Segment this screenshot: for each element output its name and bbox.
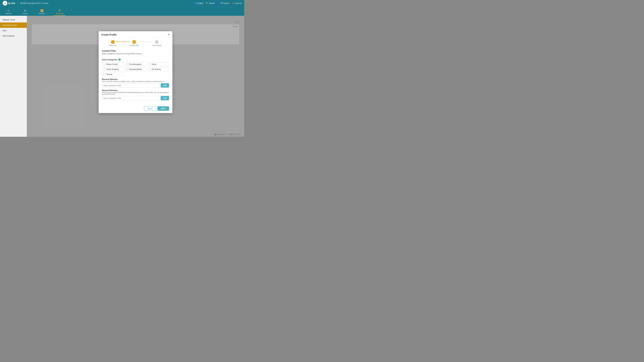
- blocked-websites-section: Blocked Websites Block a specific websit…: [102, 78, 169, 88]
- step-3-label: Time Controls: [152, 44, 162, 46]
- category-social[interactable]: Social: [148, 62, 169, 66]
- sidebar-item-qos[interactable]: QoS: [0, 28, 27, 33]
- step-2: 2 Content Filter: [130, 40, 139, 46]
- category-chat-messaging[interactable]: Chat Messaging: [124, 62, 146, 66]
- checkbox-social[interactable]: [149, 63, 151, 65]
- category-online-shopping[interactable]: Online Shopping: [102, 67, 124, 71]
- tplink-id-icon: 👤: [218, 2, 220, 4]
- advanced-icon: ⚙: [58, 9, 61, 12]
- dialog-footer: BACK NEXT: [98, 105, 172, 113]
- nav-label-internet: Internet: [22, 12, 28, 14]
- section-title: Content Filter: [102, 50, 169, 52]
- sidebar-label-more-features: More Features: [3, 35, 15, 37]
- sidebar-item-parental-controls[interactable]: Parental Controls: [0, 22, 27, 28]
- secondnav: ⊙ Network ⊕ Internet 📶 Wireless ⚙ Advanc…: [0, 6, 244, 16]
- logout-button[interactable]: 🚪 Log Out: [232, 2, 242, 4]
- checkbox-mature-content[interactable]: [104, 63, 106, 65]
- close-button[interactable]: ✕: [168, 33, 170, 36]
- step-3: 3 Time Controls: [152, 40, 162, 46]
- allowed-websites-section: Allowed Websites Allow access to specifi…: [102, 89, 169, 100]
- sidebar-label-qos: QoS: [3, 29, 6, 31]
- tplink-logo: tp tp-link: [3, 1, 15, 5]
- categories-header: Select Categories ?: [102, 58, 169, 61]
- step-line-1: [116, 42, 130, 42]
- nav-item-network[interactable]: ⊙ Network: [3, 8, 14, 16]
- checkbox-file-sharing[interactable]: [149, 68, 151, 70]
- blocked-websites-desc: Block a specific website by adding a URL…: [102, 81, 169, 82]
- category-streaming-media[interactable]: Streaming Media: [124, 67, 146, 71]
- dialog-body: Content Filter Select categories to bloc…: [98, 48, 172, 105]
- help-icon[interactable]: ?: [118, 58, 121, 61]
- category-label-file-sharing: File Sharing: [152, 68, 161, 70]
- allowed-url-input-row: ADD: [102, 96, 169, 100]
- nav-item-advanced[interactable]: ⚙ Advanced: [54, 8, 65, 16]
- language-selector[interactable]: 🌐 English: [194, 2, 203, 4]
- topbar-left: tp tp-link | BE3500 Dual-Band Wi-Fi 7 Ro…: [3, 1, 48, 5]
- topbar-right: 🌐 English 🔍 Search 👤 TP-Link ID 🚪 Log Ou…: [194, 2, 242, 4]
- step-1-label: Basic Info: [110, 44, 116, 46]
- checkbox-streaming-media[interactable]: [126, 68, 128, 70]
- tplink-id-label: TP-Link ID: [220, 2, 229, 4]
- next-button[interactable]: NEXT: [158, 106, 169, 111]
- category-gaming[interactable]: Gaming: [102, 72, 124, 76]
- logout-label: Log Out: [235, 2, 242, 4]
- language-icon: 🌐: [194, 2, 196, 4]
- topbar-divider: |: [18, 2, 18, 4]
- nav-label-advanced: Advanced: [56, 12, 63, 14]
- category-label-social: Social: [152, 63, 156, 65]
- categories-grid: Mature Content Chat Messaging Social Onl…: [102, 62, 169, 76]
- step-3-circle: 3: [155, 40, 159, 44]
- checkbox-gaming[interactable]: [104, 73, 106, 75]
- topbar: tp tp-link | BE3500 Dual-Band Wi-Fi 7 Ro…: [0, 0, 244, 6]
- blocked-url-input-row: ADD: [102, 83, 169, 88]
- blocked-url-input[interactable]: [102, 83, 160, 88]
- wireless-icon: 📶: [40, 9, 44, 12]
- category-file-sharing[interactable]: File Sharing: [148, 67, 169, 71]
- categories-label: Select Categories: [102, 59, 118, 61]
- nav-label-wireless: Wireless: [39, 12, 45, 14]
- logo-icon: tp: [3, 1, 8, 5]
- router-name: BE3500 Dual-Band Wi-Fi 7 Router: [20, 2, 48, 4]
- category-label-streaming-media: Streaming Media: [129, 68, 142, 70]
- dialog-header: Create Profile ✕: [98, 31, 172, 37]
- step-2-label: Content Filter: [130, 44, 139, 46]
- sidebar-label-parental-controls: Parental Controls: [3, 24, 17, 26]
- blocked-add-button[interactable]: ADD: [161, 83, 169, 88]
- checkbox-online-shopping[interactable]: [104, 68, 106, 70]
- search-label: Search: [209, 2, 215, 4]
- step-line-2: [139, 42, 152, 42]
- back-button[interactable]: BACK: [144, 106, 156, 111]
- internet-icon: ⊕: [24, 9, 26, 12]
- stepper: ✓ Basic Info 2 Content Filter 3 Time Con…: [98, 37, 172, 48]
- step-2-circle: 2: [132, 40, 136, 44]
- sidebar: Network Check Parental Controls QoS More…: [0, 16, 27, 137]
- step-1-circle: ✓: [111, 40, 115, 44]
- search-button[interactable]: 🔍 Search: [206, 2, 215, 4]
- blocked-websites-title: Blocked Websites: [102, 78, 169, 80]
- category-mature-content[interactable]: Mature Content: [102, 62, 124, 66]
- content-area: ⊕ Add Modify Create Profile ✕ ✓ Basic In…: [27, 16, 244, 137]
- nav-item-wireless[interactable]: 📶 Wireless: [37, 8, 47, 16]
- sidebar-item-network-check[interactable]: Network Check: [0, 17, 27, 22]
- checkbox-chat-messaging[interactable]: [126, 63, 128, 65]
- search-icon: 🔍: [206, 2, 208, 4]
- allowed-url-input[interactable]: [102, 96, 160, 100]
- sidebar-label-network-check: Network Check: [3, 19, 15, 21]
- sidebar-item-more-features[interactable]: More Features: [0, 33, 27, 38]
- logo-text: tp-link: [8, 2, 15, 4]
- create-profile-dialog: Create Profile ✕ ✓ Basic Info 2 Content …: [98, 31, 172, 113]
- logout-icon: 🚪: [232, 2, 234, 4]
- category-label-mature-content: Mature Content: [106, 63, 118, 65]
- category-label-chat-messaging: Chat Messaging: [129, 63, 141, 65]
- allowed-websites-desc: Allow access to specific websites that w…: [102, 92, 169, 95]
- dialog-title: Create Profile: [101, 33, 116, 36]
- nav-item-internet[interactable]: ⊕ Internet: [20, 8, 30, 16]
- main-layout: Network Check Parental Controls QoS More…: [0, 16, 244, 137]
- allowed-add-button[interactable]: ADD: [161, 96, 169, 100]
- tplink-id-button[interactable]: 👤 TP-Link ID: [218, 2, 229, 4]
- category-label-gaming: Gaming: [106, 73, 112, 75]
- allowed-websites-title: Allowed Websites: [102, 89, 169, 91]
- section-desc: Select categories to block the correspon…: [102, 53, 169, 55]
- step-1: ✓ Basic Info: [110, 40, 116, 46]
- network-icon: ⊙: [8, 9, 10, 12]
